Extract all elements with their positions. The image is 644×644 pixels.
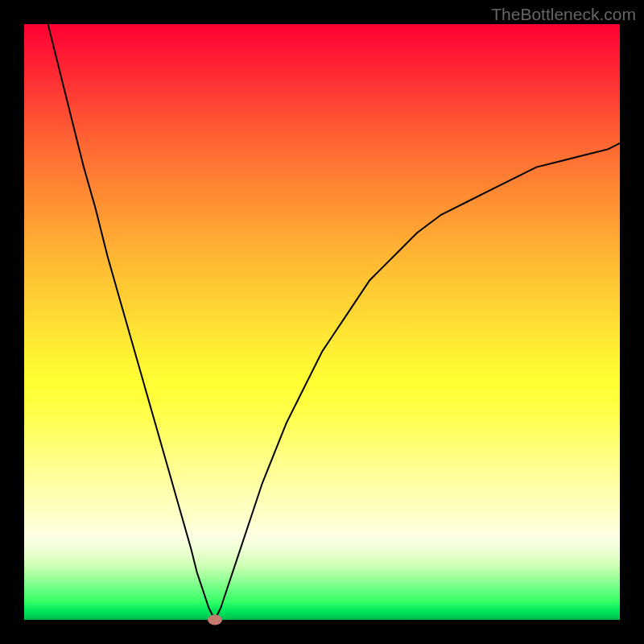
curve-plot: [24, 24, 620, 620]
optimal-point-marker: [208, 615, 222, 625]
bottleneck-chart: [24, 24, 620, 620]
watermark-text: TheBottleneck.com: [491, 5, 636, 24]
bottleneck-curve-line: [48, 24, 620, 620]
